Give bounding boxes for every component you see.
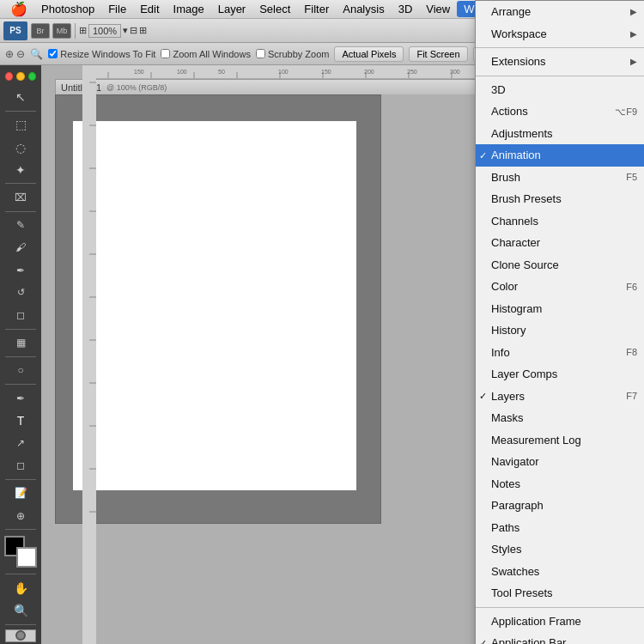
actual-pixels-btn[interactable]: Actual Pixels bbox=[334, 46, 404, 62]
shortcut-info: F8 bbox=[626, 345, 637, 360]
eraser-btn[interactable]: ◻ bbox=[4, 304, 37, 325]
clone-stamp-btn[interactable]: ✒ bbox=[4, 259, 37, 281]
view-controls: ⊞ 100% ▾ ⊟ ⊞ bbox=[79, 24, 147, 38]
maximize-btn[interactable] bbox=[28, 72, 36, 81]
svg-text:150: 150 bbox=[134, 69, 144, 75]
brush-tool-btn[interactable]: 🖌 bbox=[4, 237, 37, 258]
fit-screen-btn[interactable]: Fit Screen bbox=[409, 46, 467, 62]
menu-analysis[interactable]: Analysis bbox=[336, 1, 391, 17]
menu-item-actions[interactable]: Actions ⌥F9 bbox=[476, 100, 644, 123]
actual-zoom: 🔍 bbox=[30, 48, 43, 60]
menu-item-layer-comps[interactable]: Layer Comps bbox=[476, 363, 644, 386]
lasso-tool-btn[interactable]: ◌ bbox=[4, 137, 37, 158]
menu-photoshop[interactable]: Photoshop bbox=[34, 1, 101, 17]
zoom-btn[interactable]: 🔍 bbox=[4, 599, 37, 621]
quick-mask-btn[interactable] bbox=[5, 629, 36, 643]
tools-panel: ↖ ⬚ ◌ ✦ ⌧ ✎ 🖌 ✒ ↺ ◻ ▦ ○ ✒ T ↗ ◻ 📝 ⊕ ✋ 🔍 bbox=[0, 65, 41, 644]
menu-item-app-bar[interactable]: ✓ Application Bar bbox=[476, 632, 644, 644]
tool-sep-6 bbox=[5, 384, 36, 385]
sep-1 bbox=[476, 47, 644, 48]
menu-item-notes[interactable]: Notes bbox=[476, 473, 644, 495]
gradient-btn[interactable]: ▦ bbox=[4, 332, 37, 354]
menu-arrange[interactable]: Arrange bbox=[476, 1, 644, 23]
type-btn[interactable]: T bbox=[4, 410, 37, 431]
healing-brush-btn[interactable]: ✎ bbox=[4, 215, 37, 236]
window-menu: Arrange Workspace Extensions 3D Actions … bbox=[475, 0, 644, 644]
minimize-btn[interactable] bbox=[16, 72, 24, 81]
tool-sep-7 bbox=[5, 479, 36, 480]
background-color[interactable] bbox=[16, 547, 37, 568]
arrange-icon[interactable]: ⊞ bbox=[139, 25, 147, 36]
notes-btn[interactable]: 📝 bbox=[4, 483, 37, 504]
menu-item-animation[interactable]: ✓ Animation bbox=[476, 144, 644, 167]
tool-sep-10 bbox=[5, 624, 36, 625]
bridge-icon[interactable]: Br bbox=[31, 23, 50, 39]
menu-item-swatches[interactable]: Swatches bbox=[476, 561, 644, 583]
shape-btn[interactable]: ◻ bbox=[4, 455, 37, 477]
menu-item-channels[interactable]: Channels bbox=[476, 210, 644, 233]
marquee-tool-btn[interactable]: ⬚ bbox=[4, 114, 37, 136]
menu-item-layers[interactable]: ✓ Layers F7 bbox=[476, 386, 644, 408]
menu-item-masks[interactable]: Masks bbox=[476, 407, 644, 429]
view-icon[interactable]: ⊞ bbox=[79, 25, 87, 36]
zoom-all-checkbox[interactable] bbox=[161, 49, 170, 58]
menu-filter[interactable]: Filter bbox=[297, 1, 336, 17]
menu-item-character[interactable]: Character bbox=[476, 232, 644, 254]
menu-workspace[interactable]: Workspace bbox=[476, 23, 644, 46]
scrubby-zoom-label[interactable]: Scrubby Zoom bbox=[256, 49, 330, 59]
crop-tool-btn[interactable]: ⌧ bbox=[4, 186, 37, 208]
menu-item-3d[interactable]: 3D bbox=[476, 79, 644, 101]
menu-item-history[interactable]: History bbox=[476, 319, 644, 342]
resize-windows-label[interactable]: Resize Windows To Fit bbox=[48, 49, 155, 59]
zoom-dropdown[interactable]: ▾ bbox=[123, 25, 128, 36]
scrubby-zoom-checkbox[interactable] bbox=[256, 49, 265, 58]
menu-item-adjustments[interactable]: Adjustments bbox=[476, 123, 644, 145]
menu-extensions[interactable]: Extensions bbox=[476, 51, 644, 73]
grid-icon[interactable]: ⊟ bbox=[130, 25, 137, 36]
zoom-tool-indicator: ⊕ ⊖ bbox=[5, 48, 25, 60]
menu-item-brush-presets[interactable]: Brush Presets bbox=[476, 188, 644, 210]
menu-image[interactable]: Image bbox=[167, 1, 211, 17]
hand-btn[interactable]: ✋ bbox=[4, 577, 37, 598]
svg-text:100: 100 bbox=[177, 69, 187, 75]
close-btn[interactable] bbox=[5, 72, 13, 81]
magic-wand-btn[interactable]: ✦ bbox=[4, 159, 37, 180]
shortcut-brush: F5 bbox=[626, 170, 637, 185]
eyedropper-btn[interactable]: ⊕ bbox=[4, 505, 37, 526]
menu-item-styles[interactable]: Styles bbox=[476, 538, 644, 561]
menu-item-clone-source[interactable]: Clone Source bbox=[476, 254, 644, 276]
menu-item-info[interactable]: Info F8 bbox=[476, 342, 644, 364]
document-info: @ 100% (RGB/8) bbox=[106, 83, 167, 92]
white-canvas bbox=[73, 121, 356, 490]
menu-3d[interactable]: 3D bbox=[392, 1, 420, 17]
menu-item-measurement-log[interactable]: Measurement Log bbox=[476, 429, 644, 452]
path-sel-btn[interactable]: ↗ bbox=[4, 432, 37, 453]
pen-btn[interactable]: ✒ bbox=[4, 387, 37, 409]
move-tool-btn[interactable]: ↖ bbox=[4, 87, 37, 108]
menu-file[interactable]: File bbox=[101, 1, 133, 17]
menu-layer[interactable]: Layer bbox=[211, 1, 253, 17]
menu-view[interactable]: View bbox=[419, 1, 457, 17]
resize-windows-checkbox[interactable] bbox=[48, 49, 58, 58]
menu-edit[interactable]: Edit bbox=[133, 1, 166, 17]
apple-menu[interactable]: 🍎 bbox=[3, 1, 34, 17]
dodge-btn[interactable]: ○ bbox=[4, 360, 37, 381]
menu-select[interactable]: Select bbox=[252, 1, 297, 17]
menu-item-brush[interactable]: Brush F5 bbox=[476, 167, 644, 189]
history-brush-btn[interactable]: ↺ bbox=[4, 282, 37, 303]
color-swatch[interactable] bbox=[4, 536, 37, 568]
canvas-container[interactable] bbox=[55, 94, 381, 524]
menu-item-paragraph[interactable]: Paragraph bbox=[476, 495, 644, 517]
zoom-all-label[interactable]: Zoom All Windows bbox=[161, 49, 250, 59]
menu-item-paths[interactable]: Paths bbox=[476, 517, 644, 539]
menu-item-navigator[interactable]: Navigator bbox=[476, 451, 644, 473]
menu-item-tool-presets[interactable]: Tool Presets bbox=[476, 582, 644, 605]
sep-2 bbox=[476, 76, 644, 76]
tool-sep-1 bbox=[5, 111, 36, 112]
menu-item-histogram[interactable]: Histogram bbox=[476, 298, 644, 320]
menu-item-color[interactable]: Color F6 bbox=[476, 276, 644, 298]
menu-item-app-frame[interactable]: Application Frame bbox=[476, 611, 644, 633]
shortcut-color: F6 bbox=[626, 280, 637, 295]
mini-bridge-icon[interactable]: Mb bbox=[52, 23, 71, 39]
zoom-all-text: Zoom All Windows bbox=[173, 49, 250, 59]
